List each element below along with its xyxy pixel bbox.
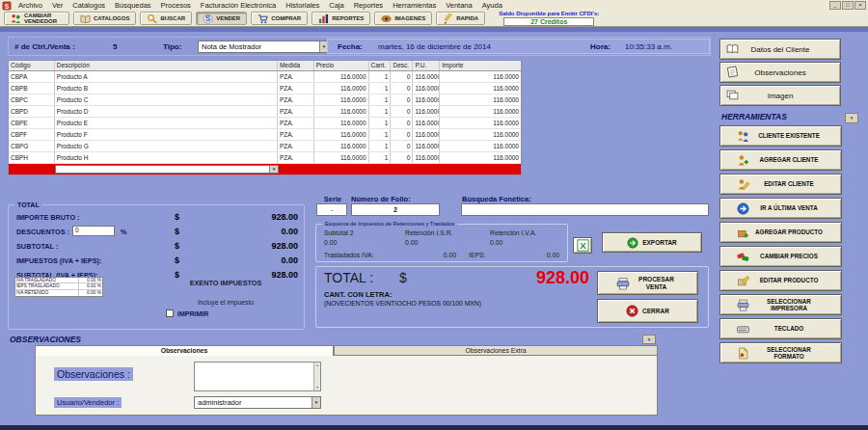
trasladados-iva-label: Trasladados IVA: [324, 252, 373, 258]
tool-editar-producto-button[interactable]: EDITAR PRODUCTO [719, 270, 842, 291]
usuario-vendedor-select[interactable]: administrador ▼ [194, 396, 321, 409]
catalogs-icon [80, 13, 91, 24]
column-header-importe[interactable]: Importe [440, 61, 521, 70]
restore-button[interactable]: □ [842, 1, 854, 10]
table-row[interactable]: CBPCProducto CPZA.116.000010116.0000116.… [9, 94, 521, 106]
menu-item-facturacion-electronica[interactable]: Facturación Electrónica [196, 0, 281, 11]
items-table-header: CódigoDescripciónMedidaPrecioCant.Desc.P… [9, 61, 521, 71]
toolbar-cambiar-vendedor-button[interactable]: CAMBIAR VENDEDOR [4, 12, 69, 25]
cerrar-label: CERRAR [642, 308, 669, 314]
trasladados-iva-value: 0.00 [418, 252, 456, 258]
chevron-down-icon[interactable]: ▼ [269, 166, 278, 173]
scroll-up-icon[interactable]: ▲ [315, 363, 318, 367]
table-row[interactable]: CBPAProducto APZA.116.000010116.0000116.… [9, 71, 521, 83]
menu-item-reportes[interactable]: Reportes [349, 0, 388, 11]
table-cell: CBPA [9, 71, 55, 82]
menu-item-caja[interactable]: Caja [324, 0, 348, 11]
table-cell: CBPC [9, 94, 55, 105]
column-header-desc[interactable]: Desc. [391, 61, 413, 70]
tool-editar-cliente-button[interactable]: EDITAR CLIENTE [719, 174, 842, 195]
currency-sign: $ [399, 270, 407, 285]
tool-agregar-cliente-button[interactable]: AGREGAR CLIENTE [719, 149, 842, 171]
table-row[interactable]: CBPEProducto EPZA.116.000010116.0000116.… [9, 118, 521, 129]
tool-cambiar-precios-button[interactable]: CAMBIAR PRECIOS [719, 246, 842, 267]
column-header-descripcion[interactable]: Descripción [55, 61, 278, 70]
chevron-down-icon[interactable]: ▼ [312, 397, 320, 408]
column-header-codigo[interactable]: Código [9, 61, 55, 70]
menu-item-historiales[interactable]: Historiales [281, 0, 324, 11]
tipo-select[interactable]: Nota de Mostrador ▼ [198, 40, 329, 53]
table-cell: PZA. [278, 106, 314, 117]
excel-button[interactable]: X [573, 237, 592, 254]
menu-item-ver[interactable]: Ver [47, 0, 68, 11]
tool-ir-a-ultima-venta-button[interactable]: IR A ÚLTIMA VENTA [719, 198, 842, 219]
procesar-venta-button[interactable]: PROCESAR VENTA [597, 271, 698, 295]
table-row[interactable]: CBPBProducto BPZA.116.000010116.0000116.… [9, 83, 521, 94]
printer-icon [737, 299, 749, 311]
table-cell: Producto E [55, 118, 278, 128]
sell-icon: S [203, 13, 213, 24]
tool-cliente-existente-button[interactable]: CLIENTE EXISTENTE [719, 125, 842, 147]
column-header-p-u[interactable]: P.U. [413, 61, 440, 70]
exportar-button[interactable]: EXPORTAR [602, 232, 702, 253]
table-cell: 0 [391, 94, 413, 105]
tab-observaciones[interactable]: Observaciones [35, 345, 334, 356]
observaciones-collapse-button[interactable]: ▼ [642, 335, 656, 344]
scroll-down-icon[interactable]: ▼ [315, 386, 318, 390]
tool-agregar-producto-button[interactable]: AGREGAR PRODUCTO [719, 222, 842, 243]
imprimir-checkbox[interactable] [166, 309, 174, 317]
textarea-scrollbar[interactable]: ▲ ▼ [313, 363, 320, 390]
descuento-input[interactable]: 0 [72, 226, 115, 236]
herramientas-collapse-button[interactable]: ▼ [845, 113, 858, 123]
column-header-precio[interactable]: Precio [314, 61, 369, 70]
serie-label: Serie [318, 195, 347, 203]
table-row[interactable]: CBPHProducto HPZA.116.000010116.0000116.… [9, 152, 521, 164]
tool-seleccionar-impresora-button[interactable]: SELECCIONAR IMPRESORA [719, 294, 842, 315]
new-item-row[interactable]: ▼ [9, 164, 521, 175]
toolbar-catalogos-button[interactable]: CATALOGOS [73, 12, 136, 25]
toolbar-reportes-button[interactable]: REPORTES [312, 12, 370, 25]
toolbar-buscar-button[interactable]: BUSCAR [140, 12, 192, 25]
sidebar-imagen-button[interactable]: Imagen [719, 85, 841, 106]
column-header-medida[interactable]: Medida [278, 61, 314, 70]
folio-field[interactable]: 2 [351, 203, 440, 216]
add-client-icon [737, 154, 749, 167]
cerrar-button[interactable]: CERRAR [597, 299, 698, 323]
table-cell: CBPE [9, 118, 55, 128]
tool-seleccionar-formato-button[interactable]: SELECCIONAR FORMATO [719, 342, 842, 363]
table-row[interactable]: CBPGProducto GPZA.116.000010116.0000116.… [9, 141, 521, 152]
sidebar-observaciones-button[interactable]: Observaciones [719, 62, 841, 83]
tool-teclado-button[interactable]: TECLADO [719, 318, 842, 339]
sidebar-datos-del-cliente-button[interactable]: Datos del Cliente [719, 39, 841, 60]
menu-item-archivo[interactable]: Archivo [14, 0, 47, 11]
retencion-iva-value: 0.00 [490, 239, 502, 246]
column-header-cant[interactable]: Cant. [369, 61, 392, 70]
table-cell: CBPD [9, 106, 55, 117]
minimize-button[interactable]: _ [829, 1, 841, 10]
observaciones-textarea[interactable]: ▲ ▼ [194, 362, 321, 391]
menu-item-busquedas[interactable]: Búsquedas [110, 0, 156, 11]
toolbar-comprar-button[interactable]: COMPRAR [251, 12, 308, 25]
edit-client-icon [737, 178, 749, 191]
busqueda-fonetica-input[interactable] [461, 203, 709, 216]
menu-item-ventana[interactable]: Ventana [441, 0, 477, 11]
currency-sign: $ [175, 212, 179, 222]
close-button[interactable]: × [854, 1, 866, 10]
toolbar-rapida-button[interactable]: RAPIDA [436, 12, 485, 25]
menu-item-ayuda[interactable]: Ayuda [477, 0, 507, 11]
exento-impuestos-label: EXENTO IMPUESTOS [153, 279, 298, 287]
toolbar-vender-button[interactable]: SVENDER [196, 12, 247, 25]
edit-product-icon [737, 275, 749, 287]
serie-field[interactable]: - [316, 203, 347, 216]
toolbar-imagenes-button[interactable]: IMAGENES [374, 12, 432, 25]
menu-bar-items: ArchivoVerCatálogosBúsquedasProcesosFact… [14, 0, 507, 11]
table-cell: 116.0000 [440, 118, 521, 128]
menu-item-catalogos[interactable]: Catálogos [68, 0, 110, 11]
menu-item-herramientas[interactable]: Herramientas [388, 0, 441, 11]
new-item-select[interactable]: ▼ [55, 165, 279, 174]
table-row[interactable]: CBPFProducto FPZA.116.000010116.0000116.… [9, 129, 521, 141]
table-row[interactable]: CBPDProducto DPZA.116.000010116.0000116.… [9, 106, 521, 118]
incluye-impuesto-label: Incluye el impuesto [153, 299, 298, 306]
menu-item-procesos[interactable]: Procesos [156, 0, 196, 11]
hora-label: Hora: [590, 42, 610, 51]
